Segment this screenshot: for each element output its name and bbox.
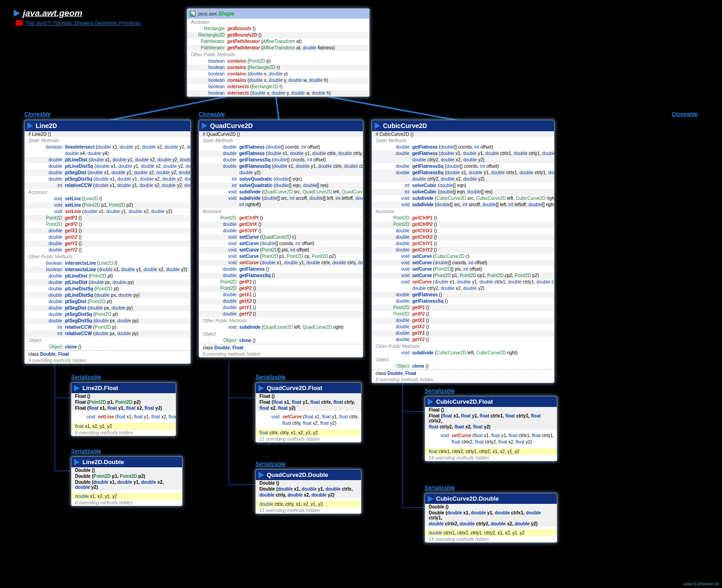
section-label: Object <box>199 331 363 337</box>
play-icon <box>259 472 264 478</box>
method-row: doublegetY2 () <box>372 337 554 343</box>
constructor: Float () <box>71 393 176 399</box>
hidden-count: 11 overriding methods hidden <box>256 508 361 513</box>
class-name: CubicCurve2D.Double <box>436 495 499 502</box>
quadcurve2d-box: QuadCurve2D # QuadCurve2D ()Static Metho… <box>199 120 363 358</box>
constructor: double ctrlx2, double ctrly2, double x2,… <box>425 521 557 527</box>
quad-double-box: QuadCurve2D.DoubleDouble ()Double (doubl… <box>255 469 361 514</box>
method-row: booleanintersects (double x, double y, d… <box>187 90 369 96</box>
section-label: Object <box>372 356 554 363</box>
class-name: QuadCurve2D.Double <box>267 471 328 478</box>
cubic-float-box: CubicCurve2D.FloatFloat ()Float (float x… <box>425 396 557 461</box>
serializable-label-1[interactable]: Serializable <box>71 374 101 380</box>
method-row: Point2DgetCtrlP1 () <box>372 215 554 221</box>
constructor: double ctrly, double x2, double y2) <box>256 492 361 498</box>
method-row: Rectangle2DgetBounds2D () <box>187 32 369 38</box>
method-row: doublegetFlatnessSq () <box>372 298 554 305</box>
shape-header[interactable]: java.awt.Shape <box>187 9 369 19</box>
method-row: RectanglegetBounds () <box>187 26 369 32</box>
serializable-label-5[interactable]: Serializable <box>425 388 455 394</box>
method-row: doublegetFlatnessSq (double[] coords, in… <box>199 157 363 163</box>
class-header[interactable]: CubicCurve2D.Double <box>425 493 557 504</box>
method-row: doublegetCtrlX1 () <box>372 228 554 234</box>
section-label: Other Public Methods <box>25 253 190 260</box>
class-header[interactable]: CubicCurve2D.Float <box>425 396 557 407</box>
method-row: doublegetX2 () <box>372 324 554 330</box>
method-row: Point2DgetP2 () <box>25 221 190 228</box>
class-header[interactable]: QuadCurve2D.Float <box>256 383 361 393</box>
constructor: # QuadCurve2D () <box>199 131 363 137</box>
fields: double ctrlx1, ctrlx2, ctrly1, ctrly2, x… <box>425 529 557 536</box>
quad-float-box: QuadCurve2D.FloatFloat ()Float (float x1… <box>255 382 361 443</box>
constructor: float ctrly2, float x2, float y2) <box>425 424 557 430</box>
method-row: voidsetCurve (float x1, float y1, float … <box>425 433 557 439</box>
tutorial-link[interactable]: The Java™ Tutorials: Drawing Geometric P… <box>26 20 141 26</box>
serializable-label-6[interactable]: Serializable <box>425 485 455 491</box>
class-header[interactable]: Line2D.Double <box>71 457 182 467</box>
method-row: doubleptSegDist (double x1, double y1, d… <box>25 170 190 176</box>
serializable-label-4[interactable]: Serializable <box>255 461 286 467</box>
class-name: Line2D.Float <box>82 385 118 391</box>
cubic-double-box: CubicCurve2D.DoubleDouble ()Double (doub… <box>425 493 557 543</box>
method-row: Point2DgetP2 () <box>372 311 554 317</box>
class-header[interactable]: Line2D.Float <box>71 383 176 393</box>
method-row: doublegetY1 () <box>199 305 363 311</box>
nested-classes: class Double, Float <box>199 344 363 351</box>
method-row: doubleptLineDist (double px, double py) <box>25 279 190 286</box>
cloneable-label-cubic[interactable]: Cloneable <box>672 111 698 118</box>
class-header[interactable]: CubicCurve2D <box>372 120 554 131</box>
class-name: Line2D <box>36 122 57 129</box>
section-label: Static Methods <box>372 137 554 144</box>
method-row: doublegetX2 () <box>25 234 190 241</box>
method-row: doublegetFlatnessSq () <box>199 273 363 279</box>
play-icon <box>74 459 80 465</box>
method-row: doublegetY2 () <box>199 311 363 317</box>
constructor: Double () <box>425 504 557 510</box>
hidden-count: 11 overriding methods hidden <box>256 436 361 442</box>
method-row: intrelativeCCW (double px, double py) <box>25 331 190 337</box>
play-icon <box>27 123 33 129</box>
method-row-cont: double ctrly2, double x2, double y2) <box>372 157 554 163</box>
cloneable-label-line2d[interactable]: Cloneable <box>24 111 50 118</box>
serializable-label-2[interactable]: Serializable <box>71 448 101 454</box>
method-row: voidsetLine (Point2D p1, Point2D p2) <box>25 202 190 208</box>
method-row: doublegetX1 () <box>372 317 554 324</box>
class-header[interactable]: Line2D <box>25 120 190 131</box>
section-label: Other Public Methods <box>187 51 369 58</box>
method-row: booleanintersectsLine (double x1, double… <box>25 267 190 273</box>
page-title-text[interactable]: java.awt.geom <box>23 8 82 18</box>
method-row: doublegetCtrlY2 () <box>372 247 554 253</box>
line2d-float-box: Line2D.FloatFloat ()Float (Point2D p1, P… <box>71 382 176 436</box>
method-row: doubleptLineDistSq (double px, double py… <box>25 292 190 299</box>
method-row: doubleptSegDist (Point2D pt) <box>25 299 190 305</box>
constructor: Float () <box>425 407 557 413</box>
constructor: Double (Point2D p1, Point2D p2) <box>71 473 182 479</box>
class-name: CubicCurve2D <box>383 122 427 129</box>
constructor: # Line2D () <box>25 131 190 137</box>
serializable-label-3[interactable]: Serializable <box>255 374 286 380</box>
play-icon <box>259 385 264 391</box>
shape-box: java.awt.Shape AccessorRectanglegetBound… <box>187 8 370 97</box>
method-row: voidsetCurve (Point2D p1, Point2D cp1, P… <box>372 273 554 279</box>
method-row-cont: double ctrly2, double x2, double y2) <box>372 176 554 182</box>
play-icon <box>428 399 433 405</box>
constructor: Double (double x1, double y1, double x2,… <box>71 479 182 490</box>
line2d-box: Line2D # Line2D ()Static Methodsbooleanl… <box>24 120 191 364</box>
method-row-cont: double x4, double y4) <box>25 150 190 157</box>
hidden-count: 14 overriding methods hidden <box>425 536 557 542</box>
constructor: Float (Point2D p1, Point2D p2) <box>71 399 176 405</box>
constructor: Double (double x1, double y1, double ctr… <box>256 486 361 492</box>
shape-name: Shape <box>218 11 234 17</box>
method-row: booleanintersectsLine (Line2D l) <box>25 260 190 267</box>
oracle-icon <box>16 20 23 26</box>
method-row: voidsetCurve (double x1, double y1, doub… <box>372 279 554 285</box>
method-row: Point2DgetP1 () <box>25 215 190 221</box>
class-header[interactable]: QuadCurve2D <box>199 120 363 131</box>
fields: double ctrlx, ctrly, x1, x2, y1, y2 <box>256 501 361 508</box>
method-row: Point2DgetCtrlP2 () <box>372 221 554 228</box>
method-row: doubleptLineDistSq (Point2D pt) <box>25 286 190 292</box>
cloneable-label-quad[interactable]: Cloneable <box>199 111 225 118</box>
class-header[interactable]: QuadCurve2D.Double <box>256 470 361 480</box>
method-row: doublegetCtrlX2 () <box>372 234 554 241</box>
method-row: voidsetCurve (double[] coords, int offse… <box>372 260 554 266</box>
